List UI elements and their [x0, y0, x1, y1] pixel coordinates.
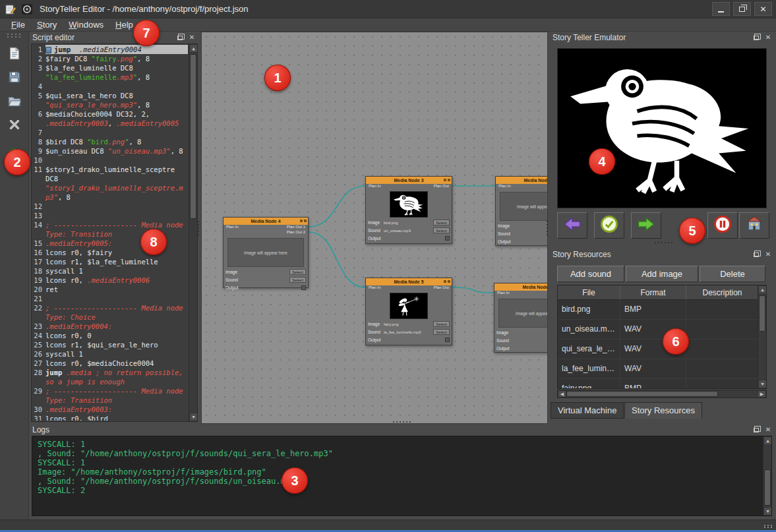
table-row[interactable]: fairy.pngBMP: [558, 379, 758, 388]
media-node[interactable]: Media Node 3Plan InPlan OutImagebird.png…: [365, 176, 452, 244]
scroll-left-icon[interactable]: ◀: [558, 390, 566, 398]
line-number: 27: [32, 359, 45, 368]
tab-story-resources[interactable]: Story Resources: [624, 402, 702, 419]
input-port[interactable]: Plan In: [369, 184, 381, 188]
scroll-up-icon[interactable]: ▲: [189, 44, 198, 53]
media-node[interactable]: Media Node 2Plan InPlan OutImage will ap…: [495, 176, 548, 246]
media-node[interactable]: Media Node 6Plan InPlan OutImage will ap…: [494, 283, 548, 353]
open-project-button[interactable]: [4, 92, 25, 112]
node-title-bar[interactable]: Media Node 2: [496, 177, 548, 184]
close-icon[interactable]: ✕: [763, 251, 773, 259]
title-bar[interactable]: StoryTeller Editor - /home/anthony/ostpr…: [0, 0, 776, 18]
next-button[interactable]: [631, 212, 661, 239]
table-row[interactable]: un_oiseau.mp3WAV: [558, 320, 758, 340]
node-field-row: Imagefairy.pngSelect: [368, 320, 450, 328]
new-script-button[interactable]: [4, 45, 25, 65]
table-row[interactable]: bird.pngBMP: [558, 300, 758, 320]
emulator-screen: [557, 48, 767, 208]
output-port[interactable]: Plan Out 2: [287, 230, 305, 234]
close-icon[interactable]: ✕: [187, 34, 196, 42]
output-port[interactable]: Plan Out 1: [287, 225, 305, 229]
node-select-button[interactable]: Select: [433, 227, 450, 233]
table-cell: [686, 300, 758, 319]
splitter-handle[interactable]: [393, 421, 411, 423]
node-graph-canvas[interactable]: Media Node 4Plan InPlan Out 1Plan Out 2I…: [201, 32, 548, 424]
pause-button[interactable]: [707, 212, 738, 239]
node-title-bar[interactable]: Media Node 3: [366, 177, 452, 184]
add-sound-button[interactable]: Add sound: [557, 266, 624, 282]
save-project-button[interactable]: [4, 69, 25, 88]
table-scrollbar[interactable]: ▲ ▼: [758, 285, 766, 388]
logs-titlebar[interactable]: Logs ✕: [29, 424, 776, 436]
node-title-bar[interactable]: Media Node 6: [494, 283, 548, 291]
logs-view[interactable]: SYSCALL: 1, Sound: "/home/anthony/ostpro…: [32, 436, 772, 516]
splitter-handle[interactable]: [198, 221, 199, 235]
close-project-button[interactable]: [4, 116, 25, 136]
table-row[interactable]: la_fee_luminelle.mp3WAV: [558, 359, 758, 379]
scrollbar-thumb[interactable]: [190, 54, 196, 219]
output-port[interactable]: Plan Out: [434, 285, 449, 289]
node-title-bar[interactable]: Media Node 5: [366, 278, 452, 285]
emulator-titlebar[interactable]: Story Teller Emulator ✕: [549, 32, 776, 44]
script-editor-scrollbar[interactable]: ▲ ▼: [189, 44, 197, 421]
table-hscrollbar[interactable]: ◀ ▶: [557, 390, 767, 398]
node-title-bar[interactable]: Media Node 4: [224, 218, 308, 225]
float-icon[interactable]: [752, 34, 761, 42]
menu-windows[interactable]: Windows: [63, 19, 109, 30]
node-select-button[interactable]: Select: [289, 277, 306, 283]
spl itter-handle[interactable]: [547, 221, 548, 235]
float-icon[interactable]: [752, 251, 761, 259]
scroll-up-icon[interactable]: ▲: [758, 285, 767, 294]
menu-story[interactable]: Story: [31, 19, 63, 30]
add-image-button[interactable]: Add image: [626, 266, 698, 282]
scroll-right-icon[interactable]: ▶: [758, 390, 766, 398]
close-icon[interactable]: ✕: [763, 426, 773, 434]
scrollbar-thumb[interactable]: [759, 295, 765, 332]
input-port[interactable]: Plan In: [226, 225, 239, 229]
column-header-file[interactable]: File: [558, 285, 620, 300]
output-port[interactable]: Plan Out: [434, 184, 449, 188]
scrollbar-thumb[interactable]: [764, 469, 771, 506]
splitter-handle[interactable]: [655, 242, 672, 243]
node-select-button[interactable]: Select: [433, 321, 450, 327]
node-output-box[interactable]: [301, 285, 306, 290]
media-node[interactable]: Media Node 5Plan InPlan OutImagefairy.pn…: [365, 278, 452, 345]
ok-button[interactable]: [594, 212, 624, 239]
table-row[interactable]: qui_sera_le_hero.mp3WAV: [558, 340, 758, 359]
menu-file[interactable]: File: [5, 19, 31, 30]
node-output-box[interactable]: [445, 236, 450, 241]
float-icon[interactable]: [752, 426, 761, 434]
resources-titlebar[interactable]: Story Resources ✕: [549, 249, 776, 260]
media-node[interactable]: Media Node 4Plan InPlan Out 1Plan Out 2I…: [223, 217, 309, 288]
resize-grip[interactable]: [764, 525, 773, 528]
scroll-up-icon[interactable]: ▲: [763, 436, 772, 445]
close-button[interactable]: ✕: [754, 2, 772, 16]
scroll-down-icon[interactable]: ▼: [758, 380, 767, 388]
node-select-button[interactable]: Select: [433, 220, 450, 225]
scroll-down-icon[interactable]: ▼: [189, 413, 198, 421]
tab-virtual-machine[interactable]: Virtual Machine: [551, 402, 624, 419]
minimize-button[interactable]: [712, 2, 730, 16]
close-icon[interactable]: ✕: [763, 34, 773, 42]
column-header-description[interactable]: Description: [686, 285, 758, 300]
input-port[interactable]: Plan In: [497, 291, 510, 295]
node-select-button[interactable]: Select: [433, 329, 450, 335]
delete-button[interactable]: Delete: [700, 266, 765, 282]
logs-scrollbar[interactable]: ▲ ▼: [763, 436, 771, 516]
home-button[interactable]: [739, 212, 769, 239]
input-port[interactable]: Plan In: [369, 285, 381, 289]
column-header-format[interactable]: Format: [620, 285, 686, 300]
node-output-box[interactable]: [445, 338, 450, 342]
toolbar-grip[interactable]: [7, 34, 22, 38]
maximize-button[interactable]: [733, 2, 751, 16]
script-editor[interactable]: 1jump .mediaEntry00042$fairy DC8 "fairy.…: [31, 44, 198, 422]
previous-button[interactable]: [557, 212, 587, 239]
script-editor-titlebar[interactable]: Script editor ✕: [29, 32, 200, 44]
node-field-label: Image: [368, 322, 382, 326]
input-port[interactable]: Plan In: [498, 184, 511, 188]
scrollbar-thumb[interactable]: [566, 391, 718, 397]
float-icon[interactable]: [175, 34, 185, 42]
resources-table[interactable]: FileFormatDescriptionbird.pngBMPun_oisea…: [557, 285, 767, 389]
node-select-button[interactable]: Select: [289, 269, 306, 275]
scroll-down-icon[interactable]: ▼: [763, 507, 772, 516]
